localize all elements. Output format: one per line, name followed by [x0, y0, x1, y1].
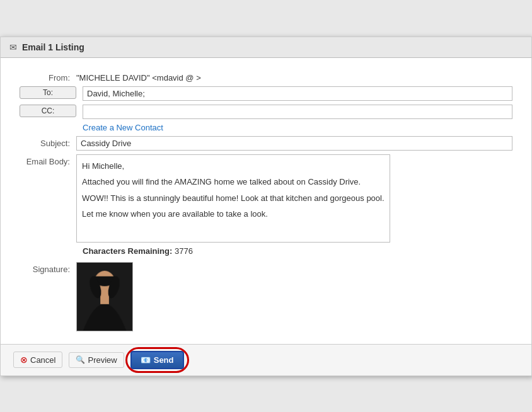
form-area: From: "MICHELLE DAVID" <mdavid @ > To: C…	[1, 58, 531, 344]
body-line4: Let me know when you are available to ta…	[82, 208, 385, 220]
send-button-wrapper: 📧 Send	[130, 351, 184, 369]
email-body-label: Email Body:	[20, 154, 76, 166]
send-icon: 📧	[141, 355, 151, 365]
send-label: Send	[154, 355, 174, 365]
email-window: ✉ Email 1 Listing From: "MICHELLE DAVID"…	[0, 37, 532, 376]
cancel-label: Cancel	[30, 355, 55, 365]
email-body-row: Email Body: Hi Michelle, Attached you wi…	[20, 154, 512, 243]
preview-label: Preview	[88, 355, 117, 365]
chars-remaining-value: 3776	[175, 246, 193, 256]
to-input[interactable]	[83, 86, 512, 101]
footer-bar: ⊗ Cancel 🔍 Preview 📧 Send	[1, 344, 531, 375]
cc-button[interactable]: CC:	[20, 105, 76, 117]
chars-remaining-label: Characters Remaining:	[83, 246, 172, 256]
signature-image	[76, 262, 133, 331]
signature-row: Signature:	[20, 262, 512, 331]
subject-label: Subject:	[20, 136, 76, 148]
from-row: From: "MICHELLE DAVID" <mdavid @ >	[20, 71, 512, 83]
body-line3: WOW!! This is a stunningly beautiful hom…	[82, 192, 385, 205]
send-button[interactable]: 📧 Send	[130, 351, 184, 369]
email-icon: ✉	[9, 42, 17, 52]
to-row: To:	[20, 86, 512, 101]
cancel-icon: ⊗	[20, 355, 28, 365]
from-value: "MICHELLE DAVID" <mdavid @ >	[76, 71, 512, 83]
body-line2: Attached you will find the AMAZING home …	[82, 176, 385, 188]
cc-input[interactable]	[83, 105, 512, 119]
preview-icon: 🔍	[76, 355, 85, 364]
subject-row: Subject:	[20, 136, 512, 151]
create-contact-link[interactable]: Create a New Contact	[83, 123, 512, 132]
title-bar: ✉ Email 1 Listing	[1, 37, 531, 58]
cancel-button[interactable]: ⊗ Cancel	[13, 352, 62, 368]
chars-remaining: Characters Remaining: 3776	[83, 246, 512, 256]
to-button[interactable]: To:	[20, 86, 76, 99]
email-body-textarea[interactable]: Hi Michelle, Attached you will find the …	[76, 154, 390, 243]
preview-button[interactable]: 🔍 Preview	[69, 352, 124, 368]
window-title: Email 1 Listing	[22, 42, 84, 52]
signature-label: Signature:	[20, 262, 76, 274]
body-line1: Hi Michelle,	[82, 160, 385, 173]
subject-input[interactable]	[76, 136, 512, 151]
cc-row: CC:	[20, 105, 512, 119]
from-label: From:	[20, 71, 76, 83]
